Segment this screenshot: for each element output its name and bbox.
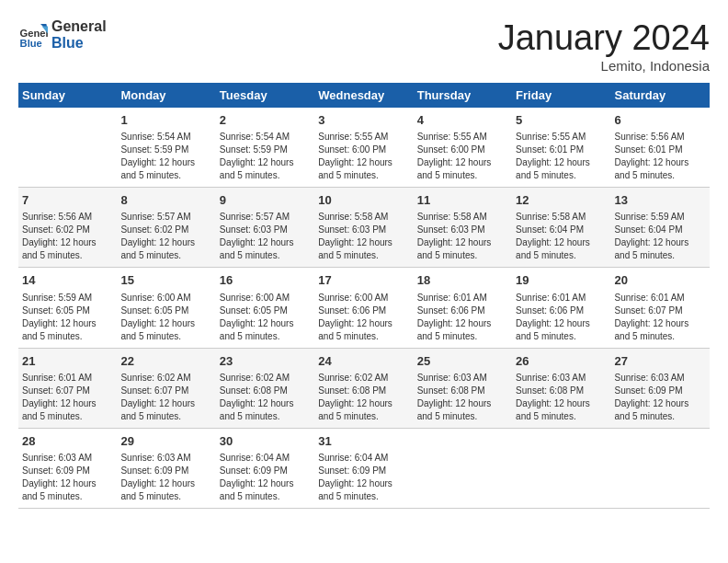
day-info-line: Daylight: 12 hours <box>516 397 607 410</box>
day-number: 12 <box>516 192 607 209</box>
calendar-cell: 6Sunrise: 5:56 AMSunset: 6:01 PMDaylight… <box>611 108 710 188</box>
calendar-header: SundayMondayTuesdayWednesdayThursdayFrid… <box>18 83 710 108</box>
day-info-line: Sunrise: 5:57 AM <box>220 211 311 224</box>
logo-icon: General Blue <box>18 20 48 50</box>
calendar-cell: 3Sunrise: 5:55 AMSunset: 6:00 PMDaylight… <box>314 108 413 188</box>
day-info-line: Sunrise: 6:03 AM <box>120 452 211 465</box>
logo-blue-text: Blue <box>51 35 107 52</box>
calendar-week-row: 28Sunrise: 6:03 AMSunset: 6:09 PMDayligh… <box>18 428 710 508</box>
day-info-line: Sunrise: 6:03 AM <box>615 372 706 385</box>
calendar-cell: 8Sunrise: 5:57 AMSunset: 6:02 PMDaylight… <box>117 188 215 268</box>
calendar-cell: 23Sunrise: 6:02 AMSunset: 6:08 PMDayligh… <box>216 348 314 428</box>
day-info-line: Sunrise: 5:59 AM <box>615 211 706 224</box>
day-info-line: Sunrise: 5:58 AM <box>516 211 607 224</box>
day-info-line: Sunset: 6:06 PM <box>318 304 409 317</box>
day-info-line: and 5 minutes. <box>615 249 706 262</box>
day-info-line: and 5 minutes. <box>615 169 706 182</box>
day-number: 21 <box>22 353 113 370</box>
day-info-line: Daylight: 12 hours <box>22 236 113 249</box>
day-info-line: and 5 minutes. <box>417 249 508 262</box>
day-number: 1 <box>120 112 211 129</box>
day-info-line: and 5 minutes. <box>220 410 311 423</box>
day-info-line: Sunset: 6:09 PM <box>615 385 706 397</box>
day-number: 6 <box>615 112 706 129</box>
calendar-cell <box>18 108 117 188</box>
day-number: 23 <box>220 353 311 370</box>
day-number: 16 <box>220 272 311 289</box>
day-info-line: Sunrise: 6:03 AM <box>22 452 113 465</box>
day-info-line: Sunrise: 5:57 AM <box>120 211 211 224</box>
day-info-line: Daylight: 12 hours <box>318 397 409 410</box>
calendar-cell: 25Sunrise: 6:03 AMSunset: 6:08 PMDayligh… <box>414 348 512 428</box>
day-info-line: Sunset: 6:00 PM <box>417 144 508 156</box>
day-info-line: Sunrise: 6:01 AM <box>417 292 508 304</box>
day-info-line: Sunrise: 6:02 AM <box>120 372 211 385</box>
day-info-line: Sunset: 5:59 PM <box>220 144 311 156</box>
weekday-header-row: SundayMondayTuesdayWednesdayThursdayFrid… <box>18 83 710 108</box>
day-info-line: and 5 minutes. <box>318 410 409 423</box>
day-number: 7 <box>22 192 113 209</box>
day-info-line: and 5 minutes. <box>318 330 409 343</box>
day-number: 26 <box>516 353 607 370</box>
day-info-line: Daylight: 12 hours <box>220 477 311 490</box>
day-info-line: Sunset: 6:08 PM <box>417 385 508 397</box>
day-info-line: Sunset: 6:08 PM <box>220 385 311 397</box>
day-info-line: Sunrise: 6:02 AM <box>220 372 311 385</box>
day-info-line: Sunset: 6:03 PM <box>417 224 508 236</box>
day-info-line: Daylight: 12 hours <box>615 236 706 249</box>
day-number: 29 <box>120 433 211 450</box>
day-info-line: and 5 minutes. <box>120 330 211 343</box>
calendar-cell: 19Sunrise: 6:01 AMSunset: 6:06 PMDayligh… <box>512 268 610 348</box>
day-info-line: Daylight: 12 hours <box>318 477 409 490</box>
calendar-body: 1Sunrise: 5:54 AMSunset: 5:59 PMDaylight… <box>18 108 710 508</box>
day-info-line: Daylight: 12 hours <box>516 317 607 330</box>
weekday-header-thursday: Thursday <box>414 83 512 108</box>
day-info-line: and 5 minutes. <box>120 490 211 503</box>
day-info-line: Sunset: 6:04 PM <box>615 224 706 236</box>
day-number: 15 <box>120 272 211 289</box>
day-number: 4 <box>417 112 508 129</box>
day-number: 30 <box>220 433 311 450</box>
calendar-cell: 12Sunrise: 5:58 AMSunset: 6:04 PMDayligh… <box>512 188 610 268</box>
day-number: 13 <box>615 192 706 209</box>
day-info-line: Sunset: 6:05 PM <box>220 304 311 317</box>
calendar-table: SundayMondayTuesdayWednesdayThursdayFrid… <box>18 83 710 509</box>
weekday-header-friday: Friday <box>512 83 610 108</box>
day-info-line: Sunrise: 6:03 AM <box>417 372 508 385</box>
calendar-cell: 27Sunrise: 6:03 AMSunset: 6:09 PMDayligh… <box>611 348 710 428</box>
day-info-line: Daylight: 12 hours <box>615 156 706 169</box>
day-info-line: and 5 minutes. <box>220 249 311 262</box>
day-info-line: Daylight: 12 hours <box>22 397 113 410</box>
day-info-line: Sunset: 6:09 PM <box>22 465 113 477</box>
day-info-line: Daylight: 12 hours <box>220 317 311 330</box>
day-info-line: Daylight: 12 hours <box>120 317 211 330</box>
day-info-line: and 5 minutes. <box>417 410 508 423</box>
calendar-cell: 22Sunrise: 6:02 AMSunset: 6:07 PMDayligh… <box>117 348 215 428</box>
calendar-cell: 28Sunrise: 6:03 AMSunset: 6:09 PMDayligh… <box>18 428 117 508</box>
day-info-line: Daylight: 12 hours <box>615 397 706 410</box>
day-info-line: and 5 minutes. <box>615 330 706 343</box>
day-info-line: Daylight: 12 hours <box>22 317 113 330</box>
day-info-line: Sunset: 6:07 PM <box>120 385 211 397</box>
day-number: 14 <box>22 272 113 289</box>
weekday-header-wednesday: Wednesday <box>314 83 413 108</box>
calendar-cell: 1Sunrise: 5:54 AMSunset: 5:59 PMDaylight… <box>117 108 215 188</box>
day-info-line: Daylight: 12 hours <box>417 156 508 169</box>
day-info-line: and 5 minutes. <box>22 490 113 503</box>
day-info-line: Daylight: 12 hours <box>318 236 409 249</box>
day-info-line: Daylight: 12 hours <box>417 236 508 249</box>
day-info-line: and 5 minutes. <box>220 330 311 343</box>
calendar-cell: 13Sunrise: 5:59 AMSunset: 6:04 PMDayligh… <box>611 188 710 268</box>
calendar-cell: 21Sunrise: 6:01 AMSunset: 6:07 PMDayligh… <box>18 348 117 428</box>
day-info-line: and 5 minutes. <box>120 169 211 182</box>
day-info-line: and 5 minutes. <box>22 330 113 343</box>
day-number: 10 <box>318 192 409 209</box>
weekday-header-tuesday: Tuesday <box>216 83 314 108</box>
day-info-line: Sunrise: 6:00 AM <box>120 292 211 304</box>
day-info-line: Sunset: 6:09 PM <box>120 465 211 477</box>
day-info-line: and 5 minutes. <box>516 169 607 182</box>
logo: General Blue General Blue <box>18 18 107 52</box>
calendar-cell: 30Sunrise: 6:04 AMSunset: 6:09 PMDayligh… <box>216 428 314 508</box>
day-info-line: Sunrise: 5:59 AM <box>22 292 113 304</box>
day-number: 18 <box>417 272 508 289</box>
